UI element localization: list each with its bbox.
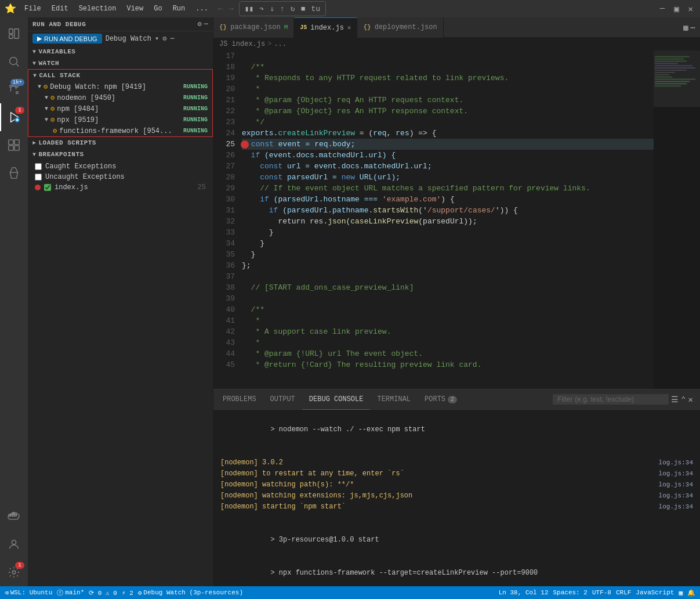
branch-label: main* [65, 589, 84, 596]
menu-go[interactable]: Go [149, 3, 166, 14]
console-ref-4[interactable]: log.js:34 [659, 490, 693, 501]
callstack-item-3[interactable]: ▼ ⚙ npx [9519] RUNNING [28, 114, 212, 125]
run-button[interactable]: ▶ RUN AND DEBUG [32, 34, 102, 44]
breakpoint-dot [35, 185, 41, 190]
code-content[interactable]: /** * Responds to any HTTP request relat… [240, 50, 654, 389]
tab-package-json[interactable]: {} package.json M [213, 17, 294, 38]
status-encoding[interactable]: UTF-8 [592, 589, 611, 596]
activity-run-debug[interactable]: 1 [0, 103, 28, 131]
config-more-icon[interactable]: ⋯ [170, 34, 174, 43]
menu-run[interactable]: Run [168, 3, 190, 14]
console-filter-input[interactable] [553, 394, 669, 405]
status-language[interactable]: JavaScript [636, 589, 674, 596]
callstack-item-0[interactable]: ▼ ⚙ Debug Watch: npm [9419] RUNNING [28, 81, 212, 92]
restart-button[interactable]: ↻ [289, 3, 297, 15]
status-debuggers[interactable]: ⚡ 2 [122, 589, 133, 597]
pause-button[interactable]: ▮▮ [243, 3, 256, 15]
status-eol[interactable]: CRLF [616, 589, 631, 596]
status-layout[interactable]: ▦ [679, 589, 683, 597]
status-sync[interactable]: ⟳ 0 ⚠ 0 [89, 589, 117, 597]
step-over-button[interactable]: ↷ [257, 3, 266, 15]
profile-button[interactable]: tu [309, 3, 322, 15]
activity-explorer[interactable] [0, 20, 28, 48]
panel-area: PROBLEMS OUTPUT DEBUG CONSOLE TERMINAL P… [213, 389, 700, 586]
panel-content[interactable]: > nodemon --watch ./ --exec npm start [n… [213, 410, 700, 586]
more-tabs-icon[interactable]: ⋯ [691, 23, 695, 33]
split-editor-icon[interactable]: ▦ [683, 23, 688, 33]
step-into-button[interactable]: ⇓ [268, 3, 276, 15]
code-line-41: * [242, 315, 654, 326]
code-line-33: } [242, 227, 654, 238]
indexjs-checkbox[interactable] [44, 184, 51, 191]
activity-extensions[interactable] [0, 131, 28, 159]
gear-icon[interactable]: ⚙ [198, 20, 202, 28]
status-notifications[interactable]: 🔔 [687, 589, 695, 597]
token: }; [242, 260, 251, 271]
status-spaces[interactable]: Spaces: 2 [553, 589, 587, 596]
activity-source-control[interactable]: 1k+ [0, 75, 28, 103]
breadcrumb-file[interactable]: JS index.js [219, 40, 265, 48]
maximize-button[interactable]: ▣ [672, 4, 681, 14]
console-ref-5[interactable]: log.js:34 [659, 501, 693, 513]
status-branch[interactable]: ⓡ main* [57, 589, 84, 597]
variables-label[interactable]: ▼ VARIABLES [28, 46, 213, 57]
cs-process-icon-0: ⚙ [43, 82, 48, 91]
tab-index-js[interactable]: JS index.js ✕ [294, 17, 357, 38]
status-debug-name[interactable]: ⚙ Debug Watch (3p-resources) [138, 589, 243, 597]
menu-file[interactable]: File [20, 3, 46, 14]
menu-edit[interactable]: Edit [47, 3, 73, 14]
console-ref-1[interactable]: log.js:34 [659, 457, 693, 468]
config-dropdown-icon[interactable]: ▾ [155, 34, 159, 43]
loaded-scripts-label[interactable]: ► LOADED SCRIPTS [28, 137, 213, 149]
status-wsl[interactable]: ⌫ WSL: Ubuntu [5, 589, 52, 597]
activity-settings[interactable]: 1 [0, 558, 28, 586]
watch-label[interactable]: ▼ WATCH [28, 57, 213, 69]
ln-26: 26 [213, 150, 235, 161]
breadcrumb-path[interactable]: ... [274, 40, 286, 48]
token: exports [242, 128, 274, 139]
console-line-4: [nodemon] watching extensions: js,mjs,cj… [220, 490, 693, 501]
tab-close-index[interactable]: ✕ [347, 24, 351, 31]
notifications-icon: 🔔 [687, 589, 695, 597]
panel-close-icon[interactable]: ✕ [688, 395, 693, 405]
console-nodemon-rs: [nodemon] to restart at any time, enter … [220, 468, 404, 479]
tab-deployment-json[interactable]: {} deployment.json [357, 17, 443, 38]
console-prompt-0: > nodemon --watch ./ --exec npm start [270, 425, 425, 434]
tab-terminal[interactable]: TERMINAL [370, 389, 418, 410]
tab-output[interactable]: OUTPUT [263, 389, 302, 410]
activity-testing[interactable] [0, 159, 28, 187]
minimize-button[interactable]: ─ [658, 4, 667, 14]
uncaught-exceptions-checkbox[interactable] [35, 174, 42, 181]
cs-expand-icon-0: ▼ [38, 84, 41, 90]
tab-debug-console[interactable]: DEBUG CONSOLE [302, 389, 371, 410]
forward-button[interactable]: → [227, 4, 235, 13]
panel-actions: ☰ ⌃ ✕ [553, 394, 698, 405]
step-out-button[interactable]: ↑ [278, 3, 286, 15]
console-ref-3[interactable]: log.js:34 [659, 479, 693, 490]
callstack-item-2[interactable]: ▼ ⚙ npm [9484] RUNNING [28, 103, 212, 114]
tab-ports[interactable]: PORTS2 [418, 389, 464, 410]
menu-selection[interactable]: Selection [74, 3, 121, 14]
more-options-icon[interactable]: ⋯ [204, 20, 208, 28]
close-button[interactable]: ✕ [686, 4, 695, 14]
breakpoints-label[interactable]: ▼ BREAKPOINTS [28, 149, 213, 160]
activity-account[interactable] [0, 531, 28, 558]
status-position[interactable]: Ln 38, Col 12 [499, 589, 549, 596]
stop-button[interactable]: ■ [299, 3, 307, 15]
activity-bar: 1k+ 1 1 [0, 17, 28, 586]
callstack-item-1[interactable]: ▼ ⚙ nodemon [9450] RUNNING [28, 92, 212, 103]
console-ref-2[interactable]: log.js:34 [659, 468, 693, 479]
menu-view[interactable]: View [122, 3, 148, 14]
caught-exceptions-checkbox[interactable] [35, 163, 42, 170]
console-menu-icon[interactable]: ☰ [671, 395, 679, 405]
token: ) { [441, 194, 454, 205]
panel-collapse-icon[interactable]: ⌃ [681, 395, 686, 405]
tab-problems[interactable]: PROBLEMS [216, 389, 263, 410]
callstack-item-4[interactable]: ⚙ functions-framework [954... RUNNING [28, 125, 212, 136]
ln-45: 45 [213, 359, 235, 370]
activity-docker[interactable] [0, 503, 28, 531]
back-button[interactable]: ← [216, 4, 224, 13]
activity-search[interactable] [0, 48, 28, 75]
menu-more[interactable]: ... [191, 3, 213, 14]
config-gear-icon[interactable]: ⚙ [162, 34, 166, 43]
